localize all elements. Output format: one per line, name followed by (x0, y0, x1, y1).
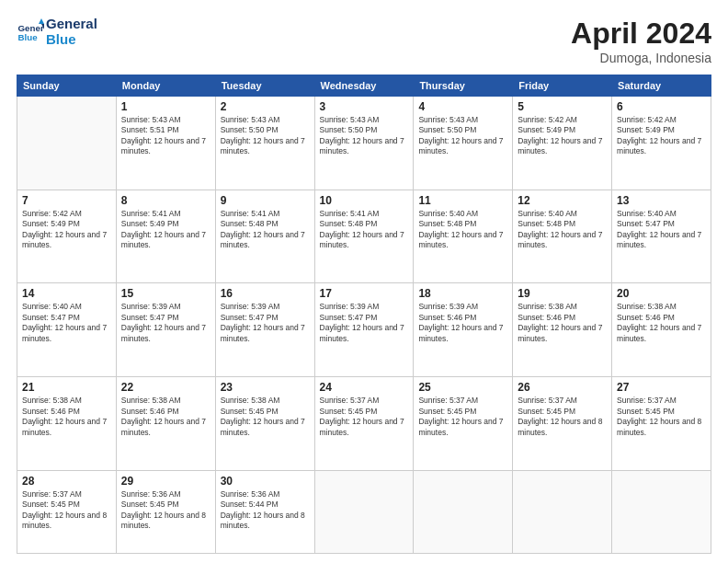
cell-details: Sunrise: 5:40 AM Sunset: 5:48 PM Dayligh… (518, 209, 607, 251)
calendar-week-row: 14Sunrise: 5:40 AM Sunset: 5:47 PM Dayli… (17, 283, 711, 377)
calendar-cell: 9Sunrise: 5:41 AM Sunset: 5:48 PM Daylig… (215, 190, 314, 283)
cell-details: Sunrise: 5:38 AM Sunset: 5:46 PM Dayligh… (617, 302, 706, 344)
calendar-cell: 21Sunrise: 5:38 AM Sunset: 5:46 PM Dayli… (17, 377, 117, 471)
day-number: 2 (221, 100, 310, 113)
calendar-cell: 2Sunrise: 5:43 AM Sunset: 5:50 PM Daylig… (215, 97, 314, 190)
day-number: 15 (121, 287, 210, 300)
day-number: 19 (518, 287, 607, 300)
day-number: 20 (617, 287, 706, 300)
calendar-week-row: 1Sunrise: 5:43 AM Sunset: 5:51 PM Daylig… (17, 97, 711, 190)
calendar-cell: 22Sunrise: 5:38 AM Sunset: 5:46 PM Dayli… (116, 377, 215, 471)
cell-details: Sunrise: 5:36 AM Sunset: 5:44 PM Dayligh… (221, 489, 310, 532)
weekday-header: Sunday (17, 75, 117, 97)
day-number: 4 (418, 100, 507, 113)
cell-details: Sunrise: 5:41 AM Sunset: 5:49 PM Dayligh… (121, 209, 210, 251)
day-number: 9 (221, 194, 310, 207)
day-number: 3 (320, 100, 409, 113)
day-number: 10 (320, 194, 409, 207)
svg-text:Blue: Blue (18, 32, 39, 42)
calendar-header-row: SundayMondayTuesdayWednesdayThursdayFrid… (17, 75, 711, 97)
calendar-cell (513, 470, 612, 553)
day-number: 1 (121, 100, 210, 113)
calendar-cell (612, 470, 711, 553)
day-number: 12 (518, 194, 607, 207)
calendar-cell: 20Sunrise: 5:38 AM Sunset: 5:46 PM Dayli… (612, 283, 711, 377)
calendar-cell: 11Sunrise: 5:40 AM Sunset: 5:48 PM Dayli… (414, 190, 513, 283)
cell-details: Sunrise: 5:41 AM Sunset: 5:48 PM Dayligh… (221, 209, 310, 251)
cell-details: Sunrise: 5:37 AM Sunset: 5:45 PM Dayligh… (518, 396, 607, 438)
weekday-header: Monday (116, 75, 215, 97)
calendar-cell (17, 97, 117, 190)
calendar-cell (414, 470, 513, 553)
day-number: 7 (22, 194, 111, 207)
calendar-week-row: 21Sunrise: 5:38 AM Sunset: 5:46 PM Dayli… (17, 377, 711, 471)
calendar-table: SundayMondayTuesdayWednesdayThursdayFrid… (17, 75, 711, 554)
day-number: 14 (22, 287, 111, 300)
weekday-header: Tuesday (215, 75, 314, 97)
header: General Blue General Blue April 2024 Dum… (17, 17, 711, 65)
day-number: 21 (22, 381, 111, 394)
weekday-header: Thursday (414, 75, 513, 97)
cell-details: Sunrise: 5:37 AM Sunset: 5:45 PM Dayligh… (320, 396, 409, 438)
calendar-cell: 10Sunrise: 5:41 AM Sunset: 5:48 PM Dayli… (314, 190, 414, 283)
day-number: 27 (617, 381, 706, 394)
calendar-cell: 13Sunrise: 5:40 AM Sunset: 5:47 PM Dayli… (612, 190, 711, 283)
day-number: 26 (518, 381, 607, 394)
day-number: 22 (121, 381, 210, 394)
cell-details: Sunrise: 5:42 AM Sunset: 5:49 PM Dayligh… (22, 209, 111, 251)
calendar-cell: 4Sunrise: 5:43 AM Sunset: 5:50 PM Daylig… (414, 97, 513, 190)
cell-details: Sunrise: 5:43 AM Sunset: 5:50 PM Dayligh… (320, 115, 409, 157)
cell-details: Sunrise: 5:38 AM Sunset: 5:45 PM Dayligh… (221, 396, 310, 438)
calendar-cell: 28Sunrise: 5:37 AM Sunset: 5:45 PM Dayli… (17, 470, 117, 553)
calendar-cell: 5Sunrise: 5:42 AM Sunset: 5:49 PM Daylig… (513, 97, 612, 190)
cell-details: Sunrise: 5:39 AM Sunset: 5:47 PM Dayligh… (221, 302, 310, 344)
calendar-cell: 30Sunrise: 5:36 AM Sunset: 5:44 PM Dayli… (215, 470, 314, 553)
cell-details: Sunrise: 5:43 AM Sunset: 5:50 PM Dayligh… (418, 115, 507, 157)
cell-details: Sunrise: 5:43 AM Sunset: 5:51 PM Dayligh… (121, 115, 210, 157)
calendar-week-row: 28Sunrise: 5:37 AM Sunset: 5:45 PM Dayli… (17, 470, 711, 553)
calendar-cell: 12Sunrise: 5:40 AM Sunset: 5:48 PM Dayli… (513, 190, 612, 283)
calendar-cell: 1Sunrise: 5:43 AM Sunset: 5:51 PM Daylig… (116, 97, 215, 190)
calendar-cell: 3Sunrise: 5:43 AM Sunset: 5:50 PM Daylig… (314, 97, 414, 190)
logo-general: General (46, 17, 97, 32)
calendar-cell: 25Sunrise: 5:37 AM Sunset: 5:45 PM Dayli… (414, 377, 513, 471)
cell-details: Sunrise: 5:39 AM Sunset: 5:47 PM Dayligh… (320, 302, 409, 344)
svg-marker-2 (39, 18, 44, 24)
day-number: 8 (121, 194, 210, 207)
cell-details: Sunrise: 5:38 AM Sunset: 5:46 PM Dayligh… (22, 396, 111, 438)
page: General Blue General Blue April 2024 Dum… (0, 0, 728, 563)
day-number: 11 (418, 194, 507, 207)
cell-details: Sunrise: 5:38 AM Sunset: 5:46 PM Dayligh… (121, 396, 210, 438)
calendar-cell: 29Sunrise: 5:36 AM Sunset: 5:45 PM Dayli… (116, 470, 215, 553)
day-number: 13 (617, 194, 706, 207)
title-block: April 2024 Dumoga, Indonesia (571, 17, 711, 65)
day-number: 5 (518, 100, 607, 113)
day-number: 18 (418, 287, 507, 300)
cell-details: Sunrise: 5:36 AM Sunset: 5:45 PM Dayligh… (121, 489, 210, 532)
logo: General Blue General Blue (17, 17, 97, 47)
day-number: 28 (22, 475, 111, 488)
calendar-week-row: 7Sunrise: 5:42 AM Sunset: 5:49 PM Daylig… (17, 190, 711, 283)
cell-details: Sunrise: 5:42 AM Sunset: 5:49 PM Dayligh… (617, 115, 706, 157)
day-number: 17 (320, 287, 409, 300)
calendar-cell: 26Sunrise: 5:37 AM Sunset: 5:45 PM Dayli… (513, 377, 612, 471)
calendar-cell: 17Sunrise: 5:39 AM Sunset: 5:47 PM Dayli… (314, 283, 414, 377)
weekday-header: Saturday (612, 75, 711, 97)
day-number: 30 (221, 475, 310, 488)
calendar-cell: 6Sunrise: 5:42 AM Sunset: 5:49 PM Daylig… (612, 97, 711, 190)
cell-details: Sunrise: 5:43 AM Sunset: 5:50 PM Dayligh… (221, 115, 310, 157)
cell-details: Sunrise: 5:37 AM Sunset: 5:45 PM Dayligh… (418, 396, 507, 438)
cell-details: Sunrise: 5:38 AM Sunset: 5:46 PM Dayligh… (518, 302, 607, 344)
month-title: April 2024 (571, 17, 711, 51)
cell-details: Sunrise: 5:37 AM Sunset: 5:45 PM Dayligh… (617, 396, 706, 438)
weekday-header: Friday (513, 75, 612, 97)
cell-details: Sunrise: 5:40 AM Sunset: 5:48 PM Dayligh… (418, 209, 507, 251)
day-number: 24 (320, 381, 409, 394)
day-number: 6 (617, 100, 706, 113)
calendar-cell: 16Sunrise: 5:39 AM Sunset: 5:47 PM Dayli… (215, 283, 314, 377)
cell-details: Sunrise: 5:40 AM Sunset: 5:47 PM Dayligh… (22, 302, 111, 344)
calendar-cell: 23Sunrise: 5:38 AM Sunset: 5:45 PM Dayli… (215, 377, 314, 471)
day-number: 29 (121, 475, 210, 488)
calendar-cell (314, 470, 414, 553)
day-number: 23 (221, 381, 310, 394)
